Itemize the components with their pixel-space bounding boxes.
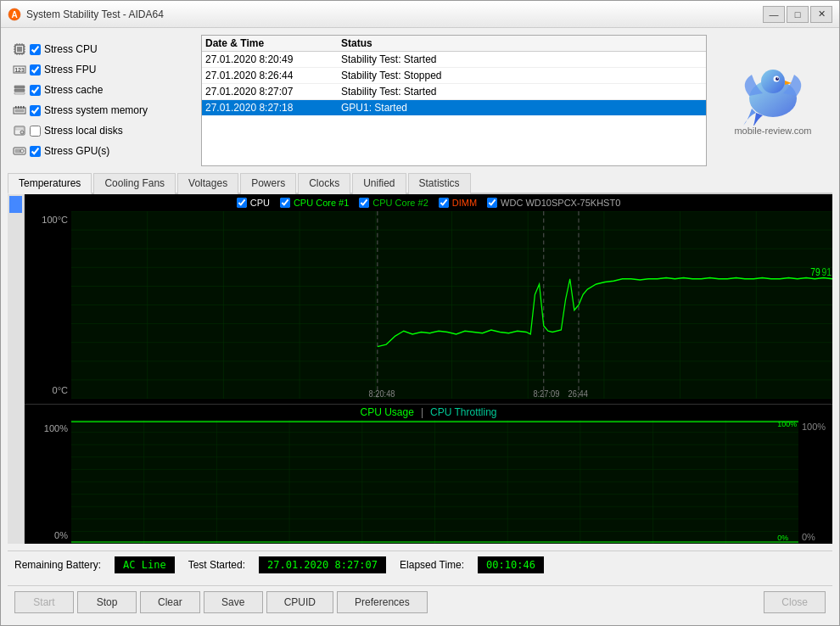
- close-button[interactable]: Close: [764, 591, 826, 613]
- stress-cache-checkbox[interactable]: [30, 85, 41, 96]
- svg-text:8:27:09: 8:27:09: [533, 388, 559, 399]
- tab-temperatures[interactable]: Temperatures: [8, 173, 92, 194]
- log-cell-date-2: 27.01.2020 8:27:07: [205, 86, 341, 98]
- cpu-usage-label: CPU Usage: [361, 406, 414, 418]
- svg-point-33: [20, 149, 24, 153]
- stop-button[interactable]: Stop: [77, 591, 137, 613]
- tab-powers[interactable]: Powers: [240, 173, 296, 194]
- cpu-chart-inner: 100% 0%: [25, 420, 832, 544]
- legend-wdc: WDC WD10SPCX-75KHST0: [487, 198, 620, 208]
- svg-rect-22: [15, 106, 17, 109]
- stress-cpu-label: Stress CPU: [44, 43, 98, 55]
- svg-text:0%: 0%: [777, 534, 788, 542]
- log-cell-date-1: 27.01.2020 8:26:44: [205, 70, 341, 81]
- fpu-icon: 123: [13, 63, 26, 76]
- cpu-chart-title: CPU Usage | CPU Throttling: [25, 405, 832, 420]
- memory-icon: [13, 103, 26, 117]
- stress-fpu-checkbox[interactable]: [30, 64, 41, 75]
- close-window-button[interactable]: ✕: [810, 6, 832, 23]
- status-bar: Remaining Battery: AC Line Test Started:…: [8, 551, 832, 578]
- test-started-value: 27.01.2020 8:27:07: [259, 556, 386, 573]
- cpu-y-max: 100%: [28, 423, 68, 433]
- tab-cooling-fans[interactable]: Cooling Fans: [93, 173, 176, 194]
- legend-core1-label: CPU Core #1: [294, 198, 349, 208]
- stress-disks-checkbox[interactable]: [30, 126, 41, 137]
- log-cell-status-0: Stability Test: Started: [341, 53, 703, 65]
- temp-chart-body: 100°C 0°C: [25, 211, 832, 399]
- separator: |: [421, 406, 423, 418]
- brand-logo-text: mobile-review.com: [734, 126, 811, 136]
- main-content: Stress CPU 123 Stress FPU: [1, 28, 839, 625]
- side-scrollbar[interactable]: [8, 194, 25, 544]
- top-section: Stress CPU 123 Stress FPU: [8, 35, 832, 166]
- log-cell-status-3: GPU1: Started: [341, 102, 703, 114]
- log-row-2[interactable]: 27.01.2020 8:27:07 Stability Test: Start…: [202, 84, 706, 100]
- cpuid-button[interactable]: CPUID: [266, 591, 333, 613]
- cpu-y-axis: 100% 0%: [25, 420, 71, 544]
- clear-button[interactable]: Clear: [140, 591, 200, 613]
- legend-cpu-checkbox[interactable]: [237, 198, 247, 208]
- minimize-button[interactable]: —: [763, 6, 785, 23]
- elapsed-label: Elapsed Time:: [400, 559, 464, 571]
- preferences-button[interactable]: Preferences: [337, 591, 428, 613]
- save-button[interactable]: Save: [204, 591, 263, 613]
- log-table: Date & Time Status 27.01.2020 8:20:49 St…: [201, 35, 707, 166]
- cpu-y-min: 0%: [28, 530, 68, 540]
- scroll-thumb: [9, 196, 22, 213]
- stress-fpu-label: Stress FPU: [44, 64, 96, 75]
- stress-cpu-checkbox[interactable]: [30, 44, 41, 55]
- main-window: A System Stability Test - AIDA64 — □ ✕: [0, 0, 840, 626]
- legend-core2-label: CPU Core #2: [372, 198, 428, 208]
- tab-unified[interactable]: Unified: [352, 173, 406, 194]
- stress-item-memory: Stress system memory: [13, 101, 189, 120]
- svg-point-30: [22, 132, 23, 133]
- legend-wdc-checkbox[interactable]: [487, 198, 497, 208]
- log-table-header: Date & Time Status: [202, 36, 706, 52]
- cpu-right-axis: 100% 0%: [798, 420, 832, 544]
- log-header-status: Status: [341, 37, 703, 49]
- chart-legend: CPU CPU Core #1 CPU Core #2: [25, 194, 832, 211]
- cpu-chart-plot: 100% 0%: [71, 420, 798, 544]
- log-cell-status-2: Stability Test: Started: [341, 86, 703, 98]
- svg-rect-32: [15, 149, 20, 153]
- stress-cache-label: Stress cache: [44, 84, 103, 96]
- log-row-1[interactable]: 27.01.2020 8:26:44 Stability Test: Stopp…: [202, 68, 706, 84]
- tab-voltages[interactable]: Voltages: [177, 173, 238, 194]
- legend-cpu-core2: CPU Core #2: [359, 198, 428, 208]
- log-row-0[interactable]: 27.01.2020 8:20:49 Stability Test: Start…: [202, 52, 706, 68]
- svg-text:100%: 100%: [777, 420, 797, 428]
- brand-bird-icon: [739, 66, 807, 126]
- legend-core2-checkbox[interactable]: [359, 198, 369, 208]
- tab-clocks[interactable]: Clocks: [298, 173, 350, 194]
- tab-bar: Temperatures Cooling Fans Voltages Power…: [8, 173, 832, 194]
- stress-memory-checkbox[interactable]: [30, 105, 41, 116]
- elapsed-value: 00:10:46: [478, 556, 544, 573]
- legend-cpu-label: CPU: [250, 198, 270, 208]
- svg-rect-25: [23, 106, 25, 109]
- legend-wdc-label: WDC WD10SPCX-75KHST0: [501, 198, 620, 208]
- svg-text:A: A: [11, 10, 17, 20]
- left-buttons: Start Stop Clear Save CPUID Preferences: [14, 591, 428, 613]
- stress-item-fpu: 123 Stress FPU: [13, 60, 189, 79]
- legend-dimm-checkbox[interactable]: [439, 198, 449, 208]
- tab-statistics[interactable]: Statistics: [408, 173, 471, 194]
- maximize-button[interactable]: □: [787, 6, 809, 23]
- svg-point-35: [761, 70, 785, 93]
- log-row-3[interactable]: 27.01.2020 8:27:18 GPU1: Started: [202, 100, 706, 115]
- stress-item-cache: Stress cache: [13, 81, 189, 99]
- disk-icon: [13, 124, 26, 137]
- app-icon: A: [8, 8, 21, 21]
- log-header-date: Date & Time: [205, 37, 341, 49]
- battery-value: AC Line: [115, 556, 175, 573]
- svg-rect-3: [17, 47, 22, 52]
- right-buttons: Close: [764, 591, 826, 613]
- cpu-usage-chart: CPU Usage | CPU Throttling 100% 0%: [25, 404, 832, 544]
- svg-text:26:44: 26:44: [568, 388, 588, 399]
- start-button[interactable]: Start: [14, 591, 74, 613]
- svg-rect-19: [14, 89, 25, 92]
- log-cell-date-3: 27.01.2020 8:27:18: [205, 102, 341, 114]
- stress-options-panel: Stress CPU 123 Stress FPU: [8, 35, 194, 166]
- stress-gpu-checkbox[interactable]: [30, 146, 41, 157]
- title-bar: A System Stability Test - AIDA64 — □ ✕: [1, 1, 839, 28]
- legend-core1-checkbox[interactable]: [280, 198, 290, 208]
